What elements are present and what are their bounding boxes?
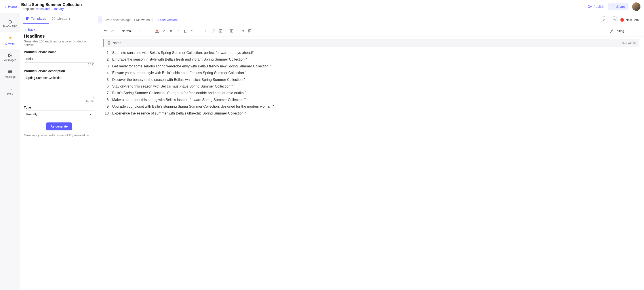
italic-button[interactable]: I bbox=[175, 28, 181, 34]
style-label: Normal bbox=[122, 29, 132, 33]
message-icon bbox=[8, 70, 12, 74]
editor-content[interactable]: 1. "Step into sunshine with Bella's Spri… bbox=[98, 50, 644, 122]
headline-text: "Step into sunshine with Bella's Spring … bbox=[111, 50, 254, 56]
highlighter-icon bbox=[162, 29, 166, 33]
home-label: Home bbox=[8, 5, 17, 8]
table-button[interactable] bbox=[228, 28, 235, 34]
home-link[interactable]: Home bbox=[4, 5, 17, 8]
nav-label: AI Images bbox=[4, 58, 16, 62]
clear-format-button[interactable] bbox=[240, 28, 246, 34]
comment-icon bbox=[248, 29, 252, 33]
comment-button[interactable] bbox=[247, 28, 253, 34]
notes-header: Notes 639 words bbox=[104, 39, 639, 47]
new-item-status[interactable]: New Item bbox=[620, 18, 639, 22]
older-versions-link[interactable]: Older versions bbox=[158, 18, 178, 22]
headline-row[interactable]: 8. "Make a statement this spring with Be… bbox=[104, 96, 638, 103]
main-layout: Brief + SEO AI Writer AI Images Message … bbox=[0, 13, 644, 290]
tab-chatgpt[interactable]: ChatGPT bbox=[48, 13, 73, 24]
headline-text: "Upgrade your closet with Bella's stunni… bbox=[111, 103, 274, 110]
nav-label: AI Writer bbox=[5, 42, 15, 46]
headline-row[interactable]: 10. "Experience the essence of summer wi… bbox=[104, 110, 638, 117]
tab-label: ChatGPT bbox=[56, 17, 70, 20]
nav-ai-writer[interactable]: AI Writer bbox=[0, 32, 20, 49]
pencil-icon bbox=[610, 30, 613, 33]
numbered-list-button[interactable]: 123 bbox=[203, 28, 210, 34]
add-date-button[interactable] bbox=[611, 16, 618, 24]
share-button[interactable]: Share bbox=[608, 3, 628, 10]
svg-rect-13 bbox=[28, 17, 29, 20]
template-link[interactable]: Notes and Summary bbox=[36, 7, 64, 10]
headline-row[interactable]: 2. "Embrace the season in style with Bel… bbox=[104, 56, 638, 63]
template-prefix: Template: bbox=[21, 7, 36, 10]
avatar[interactable] bbox=[632, 2, 640, 11]
align-button[interactable] bbox=[143, 28, 149, 34]
headline-text: "Experience the essence of summer with B… bbox=[111, 110, 246, 117]
add-user-button[interactable] bbox=[601, 16, 608, 24]
bold-button[interactable]: B bbox=[168, 28, 174, 34]
toolbar-more-button[interactable] bbox=[634, 28, 640, 34]
saved-status: Saved seconds ago bbox=[104, 18, 130, 22]
strikethrough-button[interactable]: S bbox=[189, 28, 195, 34]
nav-message[interactable]: Message bbox=[0, 66, 20, 83]
word-count: 1131 words bbox=[134, 18, 150, 22]
headline-row[interactable]: 1. "Step into sunshine with Bella's Spri… bbox=[104, 50, 638, 56]
svg-point-37 bbox=[220, 30, 220, 31]
undo-button[interactable] bbox=[102, 28, 109, 34]
text-style-select[interactable]: Normal bbox=[120, 28, 142, 34]
name-input[interactable] bbox=[24, 55, 94, 62]
regenerate-button[interactable]: Re-generate bbox=[46, 122, 72, 130]
left-nav: Brief + SEO AI Writer AI Images Message … bbox=[0, 13, 20, 290]
headline-row[interactable]: 4. "Elevate your summer style with Bella… bbox=[104, 70, 638, 76]
color-bar bbox=[155, 32, 159, 33]
text-color-button[interactable]: A bbox=[154, 29, 160, 33]
image-dropdown[interactable] bbox=[224, 28, 228, 34]
editor-top-right: New Item bbox=[601, 16, 639, 24]
headline-row[interactable]: 6. "Stay on-trend this season with Bella… bbox=[104, 83, 638, 90]
table-icon bbox=[230, 29, 234, 33]
nav-more[interactable]: More bbox=[0, 83, 20, 100]
highlight-button[interactable] bbox=[161, 28, 167, 34]
nav-brief-seo[interactable]: Brief + SEO bbox=[0, 16, 20, 32]
desc-input[interactable] bbox=[24, 74, 94, 98]
list-number: 2. bbox=[104, 56, 110, 63]
list-number: 8. bbox=[104, 96, 110, 103]
chevron-down-icon bbox=[89, 113, 92, 116]
image-button[interactable] bbox=[218, 28, 224, 34]
headline-row[interactable]: 7. "Bella's Spring Summer Collection: Yo… bbox=[104, 90, 638, 96]
svg-point-14 bbox=[604, 19, 605, 20]
back-label: Back bbox=[28, 28, 35, 32]
headline-text: "Bella's Spring Summer Collection: Your … bbox=[111, 90, 246, 96]
table-dropdown[interactable] bbox=[236, 28, 239, 34]
document-icon bbox=[107, 41, 111, 45]
underline-button[interactable]: U bbox=[182, 28, 188, 34]
nav-label: Message bbox=[5, 75, 16, 78]
tone-select[interactable]: Friendly bbox=[24, 110, 94, 118]
editor-status-bar: Saved seconds ago 1131 words Older versi… bbox=[98, 13, 644, 26]
publish-label: Publish bbox=[594, 5, 604, 8]
publish-button[interactable]: Publish bbox=[588, 5, 604, 8]
editing-mode-select[interactable]: Editing bbox=[608, 28, 632, 34]
link-button[interactable] bbox=[210, 28, 216, 34]
user-plus-icon bbox=[603, 18, 606, 22]
list-number: 10. bbox=[104, 110, 110, 117]
bullet-list-button[interactable] bbox=[196, 28, 202, 34]
image-icon bbox=[219, 29, 222, 33]
dots-icon bbox=[635, 29, 638, 33]
redo-icon bbox=[111, 29, 114, 33]
tab-templates[interactable]: Templates bbox=[23, 13, 48, 24]
headline-row[interactable]: 5. "Discover the beauty of the season wi… bbox=[104, 76, 638, 83]
headline-row[interactable]: 9. "Upgrade your closet with Bella's stu… bbox=[104, 103, 638, 110]
collapse-panel-button[interactable] bbox=[98, 16, 102, 23]
headline-row[interactable]: 3. "Get ready for some serious spring wa… bbox=[104, 63, 638, 70]
editor-area: Saved seconds ago 1131 words Older versi… bbox=[98, 13, 644, 290]
align-dropdown[interactable] bbox=[150, 28, 153, 34]
strikethrough-icon: S bbox=[191, 29, 194, 33]
lightning-icon bbox=[8, 36, 12, 42]
svg-point-7 bbox=[9, 54, 10, 55]
back-button[interactable]: Back bbox=[24, 28, 94, 32]
app-header: Home Bella Spring Summer Collection Temp… bbox=[0, 0, 644, 13]
template-line: Template: Notes and Summary bbox=[21, 7, 588, 10]
redo-button[interactable] bbox=[110, 28, 116, 34]
nav-ai-images[interactable]: AI Images bbox=[0, 49, 20, 66]
section-description: Generates 10 headlines for a given produ… bbox=[24, 40, 94, 47]
